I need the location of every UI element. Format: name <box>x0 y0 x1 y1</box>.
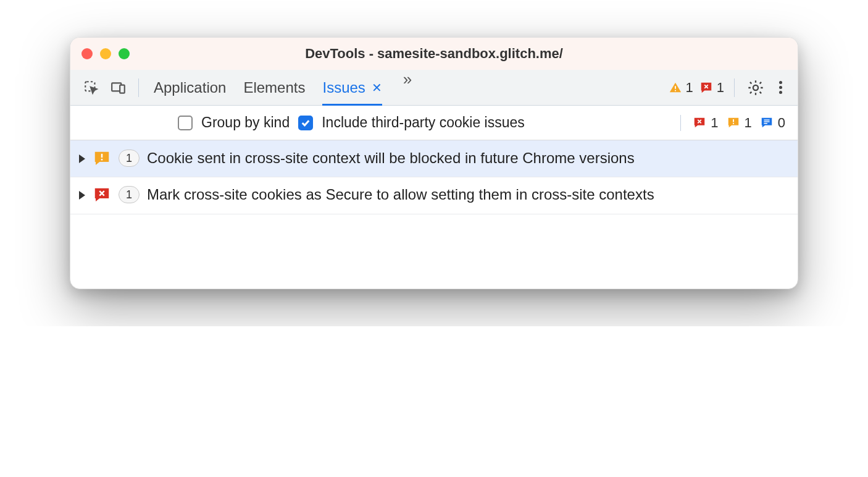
warnings-indicator[interactable]: 1 <box>669 80 693 96</box>
separator <box>138 78 139 97</box>
issue-title: Mark cross-site cookies as Secure to all… <box>147 185 785 205</box>
inspect-element-icon[interactable] <box>80 77 102 99</box>
error-speech-icon <box>93 186 111 205</box>
minimize-window-button[interactable] <box>100 48 111 59</box>
issue-count-badge: 1 <box>119 150 140 167</box>
traffic-lights <box>81 48 130 59</box>
devtools-window: DevTools - samesite-sandbox.glitch.me/ A… <box>70 37 798 289</box>
error-issues-count[interactable]: 1 <box>692 115 718 131</box>
svg-rect-10 <box>764 123 767 124</box>
toolbar-right: 1 1 <box>669 77 788 99</box>
tab-issues[interactable]: Issues ✕ <box>322 70 382 105</box>
svg-rect-12 <box>101 159 103 161</box>
issue-row[interactable]: 1 Cookie sent in cross-site context will… <box>70 140 798 177</box>
maximize-window-button[interactable] <box>119 48 130 59</box>
issue-count-badge: 1 <box>119 186 140 203</box>
issues-filter-bar: Group by kind Include third-party cookie… <box>70 106 798 140</box>
separator <box>734 78 735 97</box>
tab-label: Application <box>154 79 226 96</box>
svg-rect-6 <box>733 119 734 122</box>
errors-count: 1 <box>717 80 724 96</box>
svg-rect-8 <box>764 119 769 120</box>
disclosure-triangle-icon[interactable] <box>79 154 85 163</box>
count-value: 1 <box>711 115 718 131</box>
group-by-kind-checkbox[interactable] <box>178 116 193 130</box>
svg-rect-7 <box>733 123 734 124</box>
info-issues-count[interactable]: 0 <box>759 115 785 131</box>
svg-rect-3 <box>675 86 676 89</box>
tab-label: Elements <box>243 79 305 96</box>
svg-rect-9 <box>764 121 769 122</box>
svg-rect-2 <box>120 85 125 93</box>
svg-rect-11 <box>101 154 103 158</box>
main-toolbar: Application Elements Issues ✕ » 1 1 <box>70 70 798 106</box>
issue-row[interactable]: 1 Mark cross-site cookies as Secure to a… <box>70 177 798 214</box>
window-title: DevTools - samesite-sandbox.glitch.me/ <box>70 46 798 62</box>
svg-rect-4 <box>675 90 676 91</box>
empty-area <box>70 214 798 289</box>
errors-indicator[interactable]: 1 <box>699 80 724 96</box>
svg-point-5 <box>753 85 758 90</box>
separator <box>680 115 681 131</box>
tab-elements[interactable]: Elements <box>243 70 305 105</box>
count-value: 0 <box>778 115 785 131</box>
tab-application[interactable]: Application <box>154 70 226 105</box>
disclosure-triangle-icon[interactable] <box>79 191 85 200</box>
issues-list: 1 Cookie sent in cross-site context will… <box>70 140 798 214</box>
tab-label: Issues <box>322 79 365 96</box>
close-tab-icon[interactable]: ✕ <box>372 80 382 95</box>
device-toolbar-icon[interactable] <box>107 77 130 99</box>
count-value: 1 <box>745 115 752 131</box>
include-third-party-checkbox[interactable] <box>298 116 313 130</box>
issue-title: Cookie sent in cross-site context will b… <box>147 148 785 168</box>
titlebar: DevTools - samesite-sandbox.glitch.me/ <box>70 38 798 70</box>
panel-tabs: Application Elements Issues ✕ » <box>154 70 664 105</box>
warnings-count: 1 <box>686 80 693 96</box>
group-by-kind-label: Group by kind <box>201 114 290 131</box>
warning-issues-count[interactable]: 1 <box>726 115 752 131</box>
issue-kind-counts: 1 1 0 <box>677 115 785 131</box>
include-third-party-label: Include third-party cookie issues <box>322 114 525 131</box>
more-tabs-button[interactable]: » <box>399 70 412 105</box>
more-options-button[interactable] <box>773 80 788 95</box>
warning-speech-icon <box>93 150 111 168</box>
close-window-button[interactable] <box>81 48 93 59</box>
settings-button[interactable] <box>745 77 767 99</box>
